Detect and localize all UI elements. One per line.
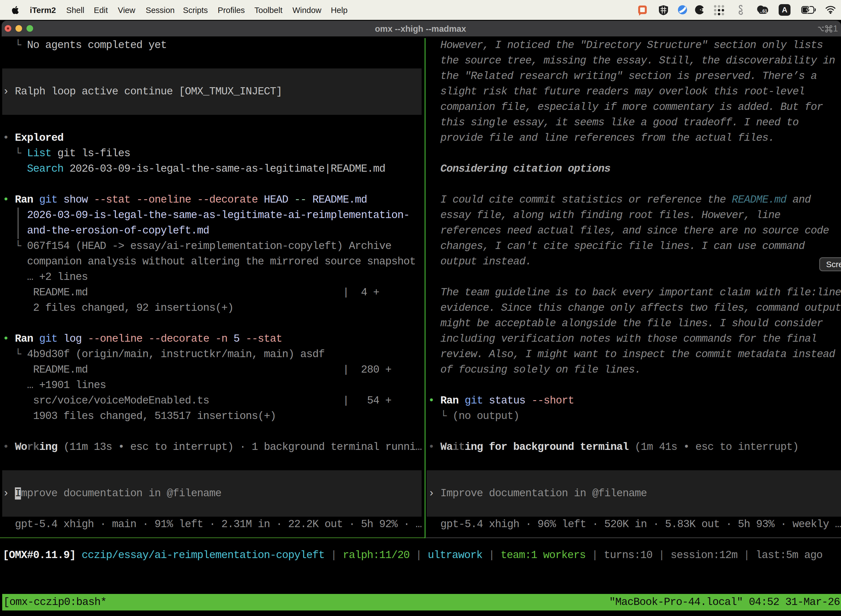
- svg-text:..61: ..61: [760, 9, 767, 13]
